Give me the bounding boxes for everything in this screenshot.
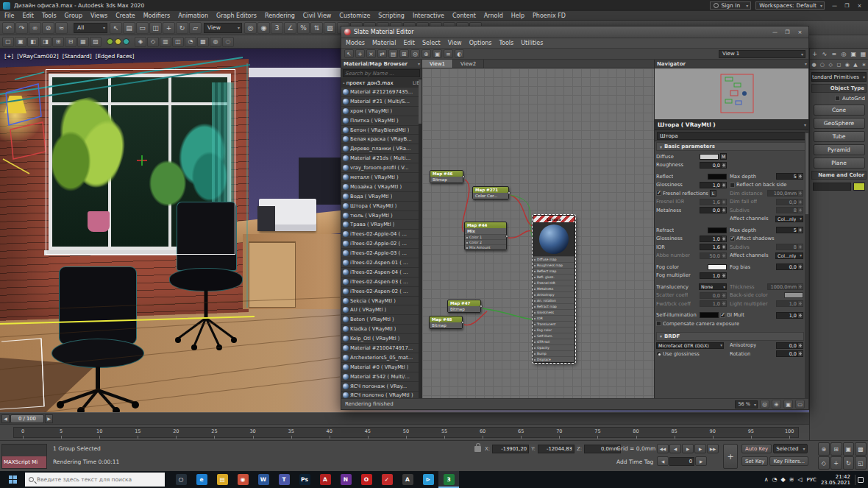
viewport-nav-icon[interactable]: ◱ bbox=[855, 456, 867, 470]
ribbon-tool-icon[interactable]: ▣ bbox=[15, 37, 26, 47]
name-color-rollout[interactable]: Name and Color bbox=[811, 171, 867, 180]
material-list-item[interactable]: Плитка ( VRayMtl ) bbox=[341, 116, 421, 126]
primitive-button[interactable]: Cone bbox=[814, 105, 865, 116]
toolbar-icon[interactable]: ◉ bbox=[257, 22, 270, 34]
slate-toolbar-icon[interactable]: ⊞ bbox=[399, 49, 409, 58]
node-map271[interactable]: Map #271 Color Cor... bbox=[472, 186, 509, 199]
node-output-dot[interactable] bbox=[462, 175, 465, 178]
tab-view2[interactable]: View2 bbox=[453, 60, 484, 68]
roughness-spinner[interactable]: 0,0 bbox=[700, 162, 727, 169]
tray-icon[interactable]: ≋ bbox=[789, 476, 794, 483]
material-list-item[interactable]: Kolp_Otl ( VRayMtl ) bbox=[341, 334, 421, 344]
refract-color-swatch[interactable] bbox=[708, 227, 727, 233]
basic-parameters-rollout[interactable]: Basic parameters bbox=[656, 142, 807, 151]
refract-max-depth-spinner[interactable]: 5 bbox=[776, 227, 803, 233]
material-list-item[interactable]: iTrees-02-Aspen-03 ( ... bbox=[341, 277, 421, 287]
taskbar-app-icon[interactable]: N bbox=[335, 471, 356, 488]
viewport-nav-icon[interactable]: ▩ bbox=[855, 442, 867, 456]
refract-affect-channels-dropdown[interactable]: Col...nly bbox=[775, 252, 803, 259]
taskbar-app-icon[interactable]: T bbox=[274, 471, 294, 488]
toolbar-icon[interactable]: ∞ bbox=[29, 22, 41, 34]
diffuse-color-swatch[interactable] bbox=[700, 154, 719, 160]
menu-item[interactable]: Tools bbox=[42, 13, 57, 19]
node-map48[interactable]: Map #48 Bitmap bbox=[429, 316, 463, 329]
material-slot[interactable]: Fresnel IOR bbox=[533, 280, 574, 286]
taskbar-app-icon[interactable]: W bbox=[253, 471, 274, 488]
light-multiplier-spinner[interactable]: 1,0 bbox=[776, 300, 803, 307]
command-panel-tab-icon[interactable]: ▦ bbox=[858, 49, 868, 59]
menu-item[interactable]: Customize bbox=[339, 13, 370, 19]
ribbon-tool-icon[interactable]: ⊞ bbox=[52, 37, 64, 47]
primitive-button[interactable]: Pyramid bbox=[814, 144, 865, 155]
ribbon-tool-icon[interactable]: ◔ bbox=[185, 37, 196, 47]
ribbon-tool-icon[interactable]: ◫ bbox=[172, 37, 184, 47]
x-coordinate-field[interactable]: -13901,20 bbox=[492, 445, 529, 453]
object-name-field[interactable] bbox=[813, 183, 851, 191]
back-side-color-swatch[interactable] bbox=[784, 292, 803, 298]
material-slot[interactable]: Metalness bbox=[533, 286, 574, 291]
parameter-scrollbar[interactable] bbox=[805, 130, 808, 398]
slate-menu-item[interactable]: Select bbox=[422, 40, 441, 46]
toolbar-icon[interactable]: ▭ bbox=[136, 22, 149, 34]
material-list-item[interactable]: ЯСЧ полотно ( VRayMtl ) bbox=[341, 392, 421, 399]
minimize-button[interactable]: — bbox=[829, 1, 840, 10]
slate-toolbar-icon[interactable]: ⇄ bbox=[377, 49, 387, 58]
zoom-region-view-icon[interactable]: ▭ bbox=[795, 400, 805, 409]
material-list-item[interactable]: vray_foroom-profil ( V... bbox=[341, 163, 421, 173]
affect-shadows-checkbox[interactable] bbox=[730, 236, 735, 241]
playback-button[interactable]: ◀◀ bbox=[657, 444, 669, 453]
reflect-back-side-checkbox[interactable] bbox=[730, 183, 735, 188]
slate-minimize-button[interactable]: — bbox=[769, 28, 780, 36]
slate-view-combo[interactable]: View 1 bbox=[719, 50, 805, 58]
taskbar-search-input[interactable] bbox=[37, 476, 161, 483]
rotation-spinner[interactable]: 0,0 bbox=[776, 350, 803, 357]
menu-item[interactable]: Animation bbox=[178, 13, 208, 19]
slate-close-button[interactable]: × bbox=[794, 28, 805, 36]
taskbar-app-icon[interactable]: 3 bbox=[438, 471, 459, 488]
material-list-item[interactable]: Material #21 ( Multi/S... bbox=[341, 97, 421, 107]
create-category-icon[interactable]: ○ bbox=[818, 60, 826, 69]
prev-frame-arrow-icon[interactable]: ◀ bbox=[1, 414, 10, 423]
slate-toolbar-icon[interactable]: ◎ bbox=[410, 49, 420, 58]
start-button[interactable] bbox=[0, 471, 25, 488]
ribbon-tool-icon[interactable]: ▢ bbox=[2, 37, 14, 47]
slate-toolbar-icon[interactable]: ▣ bbox=[433, 49, 442, 58]
toolbar-icon[interactable]: ◎ bbox=[244, 22, 257, 34]
reflect-subdivs-spinner[interactable]: 8 bbox=[776, 207, 803, 213]
taskbar-search[interactable] bbox=[25, 473, 165, 487]
material-slot[interactable]: Refract map bbox=[533, 303, 574, 309]
fresnel-lock-button[interactable]: L bbox=[710, 190, 716, 197]
slate-toolbar-icon[interactable]: + bbox=[355, 49, 365, 58]
material-slot[interactable]: Self-illum. bbox=[533, 333, 574, 339]
ribbon-tool-icon[interactable]: ◇ bbox=[147, 37, 159, 47]
refract-glossiness-spinner[interactable]: 1,0 bbox=[700, 236, 727, 242]
ior-spinner[interactable]: 1,6 bbox=[700, 244, 727, 250]
selection-set-dropdown[interactable]: Selected bbox=[773, 444, 807, 453]
material-slot[interactable]: Glossiness bbox=[533, 309, 574, 315]
primitives-dropdown[interactable]: Standard Primitives bbox=[811, 72, 867, 82]
reflect-affect-channels-dropdown[interactable]: Col...nly bbox=[775, 216, 803, 222]
taskbar-app-icon[interactable]: ◉ bbox=[232, 471, 253, 488]
taskbar-app-icon[interactable]: e bbox=[191, 471, 212, 488]
fresnel-ior-spinner[interactable]: 1,6 bbox=[700, 199, 727, 205]
viewport-camera-menu[interactable]: [VRayCam002] bbox=[17, 53, 59, 60]
taskbar-app-icon[interactable]: ○ bbox=[171, 471, 191, 488]
ribbon-tool-icon[interactable]: ◍ bbox=[210, 37, 221, 47]
viewport-plus-menu[interactable]: [+] bbox=[4, 53, 13, 60]
primitive-button[interactable]: Tube bbox=[814, 131, 865, 142]
set-key-button[interactable]: Set Key bbox=[741, 456, 768, 466]
slate-menu-item[interactable]: Utilities bbox=[521, 40, 543, 46]
slate-menu-item[interactable]: Options bbox=[469, 40, 492, 46]
material-list-item[interactable]: Дерево_планки ( VRa... bbox=[341, 144, 421, 154]
menu-item[interactable]: Edit bbox=[22, 13, 34, 19]
use-glossiness-radio[interactable] bbox=[656, 351, 661, 356]
action-center-button[interactable] bbox=[855, 475, 865, 485]
create-category-icon[interactable]: ◇ bbox=[827, 60, 835, 69]
toolbar-icon[interactable]: ↷ bbox=[15, 22, 28, 34]
material-slot[interactable]: Opacity bbox=[533, 344, 574, 350]
material-list-item[interactable]: iTrees-02-Apple-04 ( ... bbox=[341, 230, 421, 239]
language-indicator[interactable]: РУС bbox=[807, 477, 817, 483]
slate-toolbar-icon[interactable]: × bbox=[366, 49, 376, 58]
material-list-item[interactable]: Material #2121697435... bbox=[341, 88, 421, 97]
refract-subdivs-spinner[interactable]: 8 bbox=[776, 244, 803, 250]
